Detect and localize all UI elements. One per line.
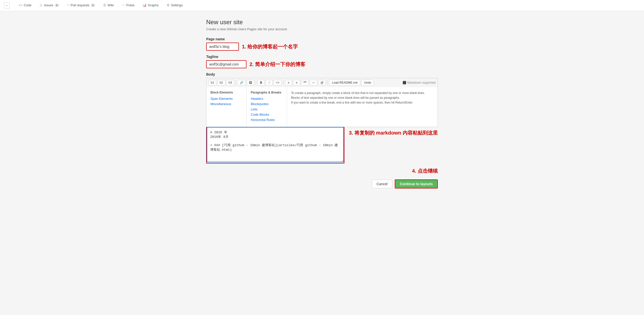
toolbar-hr[interactable]: — [310, 80, 317, 85]
page-name-row: 1. 给你的博客起一个名字 [206, 43, 438, 51]
pull-requests-icon: ⑂ [67, 3, 69, 7]
markdown-help-panel: Block Elements Span Elements Miscellaneo… [206, 87, 438, 127]
toolbar-h3[interactable]: h3 [226, 80, 234, 85]
toolbar-ordered-list[interactable]: ≡ [293, 80, 300, 85]
nav-tabs: <> Code ⚠ Issues 0 ⑂ Pull requests 0 ☰ W… [15, 0, 187, 11]
md-link-miscellaneous[interactable]: Miscellaneous [210, 102, 242, 106]
tagline-label: Tagline [206, 55, 438, 59]
toolbar-mention[interactable]: @ [318, 80, 326, 85]
body-section: Body h1 h2 h3 🔗 🖼 B i <> ≡ ≡ ❝❞ — @ Load… [206, 72, 438, 164]
tagline-annotation: 2. 简单介绍一下你的博客 [249, 61, 305, 68]
toolbar-h1[interactable]: h1 [208, 80, 216, 85]
body-toolbar: h1 h2 h3 🔗 🖼 B i <> ≡ ≡ ❝❞ — @ Load READ… [206, 78, 438, 87]
page-name-input[interactable] [206, 43, 239, 51]
markdown-icon: ⬛ [403, 81, 406, 84]
nav-tab-wiki[interactable]: ☰ Wiki [99, 0, 118, 11]
body-textarea[interactable] [207, 127, 344, 162]
actions-area: 4. 点击继续 Cancel Continue to layouts [206, 168, 438, 188]
action-annotation: 4. 点击继续 [412, 168, 438, 174]
action-buttons-row: Cancel Continue to layouts [206, 179, 438, 188]
body-textarea-wrap [206, 127, 344, 164]
main-content: New user site Create a new GitHub Users … [201, 11, 443, 209]
nav-tab-issues[interactable]: ⚠ Issues 0 [35, 0, 63, 11]
toolbar-code[interactable]: <> [274, 80, 282, 85]
toolbar-unordered-list[interactable]: ≡ [285, 80, 292, 85]
body-textarea-outer: 3. 将复制的 markdown 内容粘贴到这里 [206, 127, 438, 164]
toolbar-h2[interactable]: h2 [217, 80, 225, 85]
action-annotation-row: 4. 点击继续 [206, 168, 438, 174]
toolbar-sep-4 [327, 80, 328, 85]
page-name-label: Page name [206, 37, 438, 41]
md-link-headers[interactable]: Headers [251, 97, 283, 101]
load-readme-button[interactable]: Load README.md [329, 80, 360, 86]
top-nav: › <> Code ⚠ Issues 0 ⑂ Pull requests 0 ☰… [0, 0, 644, 11]
continue-button[interactable]: Continue to layouts [395, 179, 438, 188]
page-name-annotation: 1. 给你的博客起一个名字 [242, 43, 298, 50]
toolbar-italic[interactable]: i [266, 80, 273, 85]
undo-button[interactable]: Undo [361, 80, 374, 86]
pulse-icon: 〰 [122, 3, 125, 7]
md-description-text: To create a paragraph, simply create a b… [291, 91, 434, 105]
nav-toggle-button[interactable]: › [4, 3, 10, 9]
body-annotation: 3. 将复制的 markdown 内容粘贴到这里 [349, 130, 438, 136]
md-link-horizontal-rules[interactable]: Horizontal Rules [251, 118, 283, 122]
md-link-lists[interactable]: Lists [251, 107, 283, 111]
toolbar-sep-3 [283, 80, 283, 85]
toolbar-bold[interactable]: B [258, 80, 265, 85]
toolbar-sep-1 [236, 80, 236, 85]
nav-tab-graphs[interactable]: 📊 Graphs [138, 0, 163, 11]
toolbar-link[interactable]: 🔗 [237, 80, 246, 85]
cancel-button[interactable]: Cancel [372, 180, 392, 188]
page-subtitle: Create a new GitHub Users Pages site for… [206, 27, 438, 31]
wiki-icon: ☰ [103, 3, 106, 7]
toolbar-image[interactable]: 🖼 [247, 80, 254, 85]
tagline-group: Tagline 2. 简单介绍一下你的博客 [206, 55, 438, 68]
nav-tab-pulse[interactable]: 〰 Pulse [118, 0, 139, 11]
md-col-description: To create a paragraph, simply create a b… [287, 87, 438, 127]
nav-tab-settings[interactable]: ⚙ Settings [163, 0, 187, 11]
page-title: New user site [206, 19, 438, 26]
markdown-supported-label: ⬛ Markdown supported [403, 81, 436, 84]
md-link-span-elements[interactable]: Span Elements [210, 97, 242, 101]
md-col-block-elements: Block Elements Span Elements Miscellaneo… [206, 87, 247, 127]
settings-icon: ⚙ [167, 3, 170, 7]
issues-icon: ⚠ [40, 3, 43, 7]
nav-tab-pull-requests[interactable]: ⑂ Pull requests 0 [63, 0, 99, 11]
body-label: Body [206, 72, 438, 76]
toolbar-sep-2 [256, 80, 256, 85]
md-link-code-blocks[interactable]: Code Blocks [251, 113, 283, 116]
tagline-row: 2. 简单介绍一下你的博客 [206, 60, 438, 68]
graphs-icon: 📊 [142, 3, 147, 7]
nav-tab-code[interactable]: <> Code [15, 0, 35, 11]
tagline-input[interactable] [206, 60, 246, 68]
toolbar-blockquote[interactable]: ❝❞ [301, 80, 309, 85]
code-icon: <> [19, 3, 22, 7]
page-name-group: Page name 1. 给你的博客起一个名字 [206, 37, 438, 51]
md-link-blockquotes[interactable]: Blockquotes [251, 102, 283, 106]
md-col-paragraphs: Paragraphs & Breaks Headers Blockquotes … [247, 87, 287, 127]
